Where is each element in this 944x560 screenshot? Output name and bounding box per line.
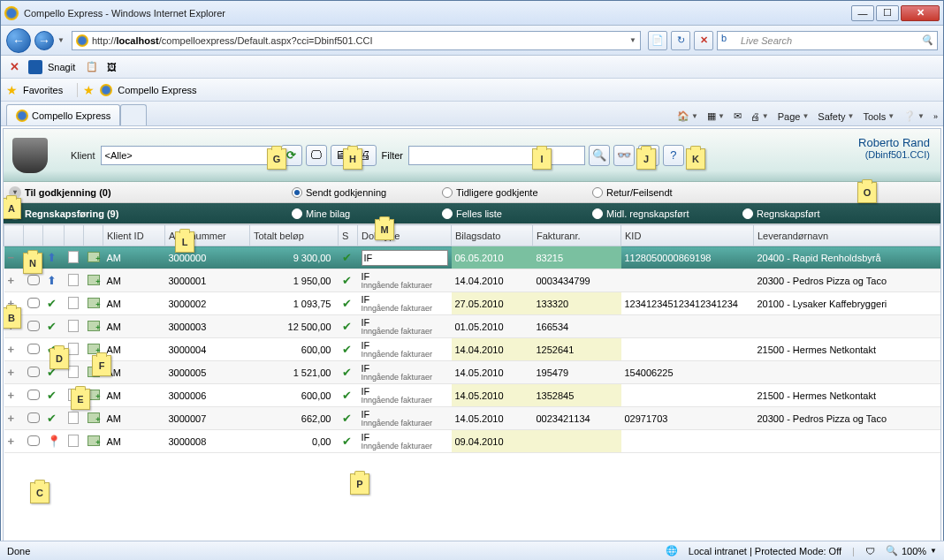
filter-input[interactable] xyxy=(408,146,585,165)
favorites-label[interactable]: Favorites xyxy=(23,85,63,95)
snagit-label[interactable]: Snagit xyxy=(48,62,75,72)
col-folder[interactable] xyxy=(84,225,103,246)
folder-cell[interactable] xyxy=(84,246,103,269)
doc-cell[interactable] xyxy=(65,315,84,338)
comment-cell[interactable] xyxy=(24,338,43,361)
comment-cell[interactable] xyxy=(24,292,43,315)
doktype-cell[interactable]: IFInngående fakturaer xyxy=(358,269,452,292)
s-cell[interactable]: ✔ xyxy=(339,338,358,361)
help-app-button[interactable]: ? xyxy=(663,145,684,166)
folder-cell[interactable] xyxy=(84,292,103,315)
nav-dropdown-icon[interactable]: ▼ xyxy=(57,36,65,44)
stop-button[interactable]: ✕ xyxy=(694,31,713,50)
radio-sendt[interactable]: Sendt godkjenning xyxy=(292,187,424,198)
expand-cell[interactable]: + xyxy=(4,430,24,453)
table-row[interactable]: +✔AM3000006600,00✔IFInngående fakturaer1… xyxy=(4,384,940,407)
help-button[interactable]: ❔▼ xyxy=(903,110,925,122)
snagit-tool2-icon[interactable]: 🖼 xyxy=(107,62,117,72)
doktype-cell[interactable]: IFInngående fakturaer xyxy=(358,384,452,407)
browser-tab[interactable]: Compello Express xyxy=(6,104,120,125)
col-lev[interactable]: Leverandørnavn xyxy=(754,225,940,246)
col-kid[interactable]: KID xyxy=(621,225,754,246)
doktype-cell[interactable]: IFInngående fakturaer xyxy=(358,315,452,338)
folder-cell[interactable] xyxy=(84,269,103,292)
s-cell[interactable]: ✔ xyxy=(339,430,358,453)
folder-cell[interactable] xyxy=(84,315,103,338)
expand-cell[interactable]: + xyxy=(4,361,24,384)
protected-mode-icon[interactable]: 🛡 xyxy=(865,546,875,556)
klient-select[interactable]: <Alle> xyxy=(101,146,278,165)
maximize-button[interactable]: ☐ xyxy=(876,5,899,21)
print-button[interactable]: 🖨▼ xyxy=(750,111,769,122)
s-cell[interactable]: ✔ xyxy=(339,407,358,430)
doktype-cell[interactable]: IFInngående fakturaer xyxy=(358,338,452,361)
doc-cell[interactable] xyxy=(65,292,84,315)
refresh-button[interactable]: ↻ xyxy=(671,31,690,50)
accordion-regnskap[interactable]: ▴Regnskapsføring (9) Mine bilag Felles l… xyxy=(4,203,940,224)
search-button[interactable]: 🔍 xyxy=(589,145,610,166)
doktype-cell[interactable]: IFInngående fakturaer xyxy=(358,292,452,315)
col-s[interactable]: S xyxy=(339,225,358,246)
col-doktype[interactable]: Dok.type xyxy=(358,225,452,246)
view1-button[interactable]: 🖵 xyxy=(306,145,327,166)
expand-cell[interactable]: + xyxy=(4,384,24,407)
s-cell[interactable]: ✔ xyxy=(339,292,358,315)
radio-retur[interactable]: Retur/Feilsendt xyxy=(592,187,725,198)
table-row[interactable]: +✔AM30000051 521,00✔IFInngående fakturae… xyxy=(4,361,940,384)
col-comment[interactable] xyxy=(24,225,43,246)
feeds-button[interactable]: ▦▼ xyxy=(707,110,725,122)
address-bar[interactable]: http://localhost/compelloexpress/Default… xyxy=(72,31,641,50)
close-button[interactable]: ✕ xyxy=(901,5,940,21)
url-dropdown-icon[interactable]: ▼ xyxy=(629,36,636,44)
doktype-cell[interactable]: IFInngående fakturaer xyxy=(358,430,452,453)
s-cell[interactable]: ✔ xyxy=(339,315,358,338)
snagit-tool-icon[interactable]: 📋 xyxy=(86,61,98,72)
status-cell[interactable]: ✔ xyxy=(43,384,65,407)
table-row[interactable]: +⬆AM30000011 950,00✔IFInngående fakturae… xyxy=(4,269,940,292)
s-cell[interactable]: ✔ xyxy=(339,361,358,384)
home-button[interactable]: 🏠▼ xyxy=(677,110,698,122)
radio-felles[interactable]: Felles liste xyxy=(442,208,575,219)
s-cell[interactable]: ✔ xyxy=(339,384,358,407)
binoculars-button[interactable]: 👓 xyxy=(613,145,635,166)
radio-tidligere[interactable]: Tidligere godkjente xyxy=(442,187,575,198)
close-toolbar-button[interactable]: ✕ xyxy=(6,60,23,73)
col-fnr[interactable]: Fakturanr. xyxy=(533,225,621,246)
page-menu[interactable]: Page▼ xyxy=(778,111,810,122)
expand-cell[interactable]: + xyxy=(4,407,24,430)
expand-cell[interactable]: + xyxy=(4,338,24,361)
add-favorite-icon[interactable]: ★ xyxy=(83,83,95,97)
doktype-cell[interactable]: IFInngående fakturaer xyxy=(358,407,452,430)
status-cell[interactable]: ⬆ xyxy=(43,246,65,269)
browser-search[interactable]: b Live Search 🔍 xyxy=(717,31,938,50)
table-row[interactable]: +✔AM30000021 093,75✔IFInngående fakturae… xyxy=(4,292,940,315)
col-status[interactable] xyxy=(43,225,65,246)
col-dato[interactable]: Bilagsdato xyxy=(452,225,533,246)
table-row[interactable]: +✔AM3000004600,00✔IFInngående fakturaer1… xyxy=(4,338,940,361)
new-tab-button[interactable] xyxy=(120,104,147,125)
favorites-star-icon[interactable]: ★ xyxy=(6,83,18,97)
s-cell[interactable]: ✔ xyxy=(339,269,358,292)
accordion-godkjenning[interactable]: ▾Til godkjenning (0) Sendt godkjenning T… xyxy=(4,182,940,203)
comment-cell[interactable] xyxy=(24,315,43,338)
doc-cell[interactable] xyxy=(65,269,84,292)
table-row[interactable]: −⬆AM30000009 300,00✔06.05.20108321511280… xyxy=(4,246,940,269)
table-row[interactable]: +📍AM30000080,00✔IFInngående fakturaer09.… xyxy=(4,430,940,453)
col-klient[interactable]: Klient ID xyxy=(103,225,165,246)
status-cell[interactable]: ⬆ xyxy=(43,269,65,292)
doc-cell[interactable] xyxy=(65,246,84,269)
forward-button[interactable]: → xyxy=(34,31,54,50)
s-cell[interactable]: ✔ xyxy=(339,246,358,269)
col-belop[interactable]: Totalt beløp xyxy=(250,225,339,246)
status-cell[interactable]: ✔ xyxy=(43,292,65,315)
compat-button[interactable]: 📄 xyxy=(648,31,667,50)
doc-cell[interactable] xyxy=(65,407,84,430)
mail-button[interactable]: ✉ xyxy=(734,110,742,122)
status-cell[interactable]: ✔ xyxy=(43,407,65,430)
folder-cell[interactable] xyxy=(84,430,103,453)
col-doc[interactable] xyxy=(65,225,84,246)
col-expand[interactable] xyxy=(4,225,24,246)
comment-cell[interactable] xyxy=(24,430,43,453)
folder-cell[interactable] xyxy=(84,407,103,430)
safety-menu[interactable]: Safety▼ xyxy=(818,111,854,122)
